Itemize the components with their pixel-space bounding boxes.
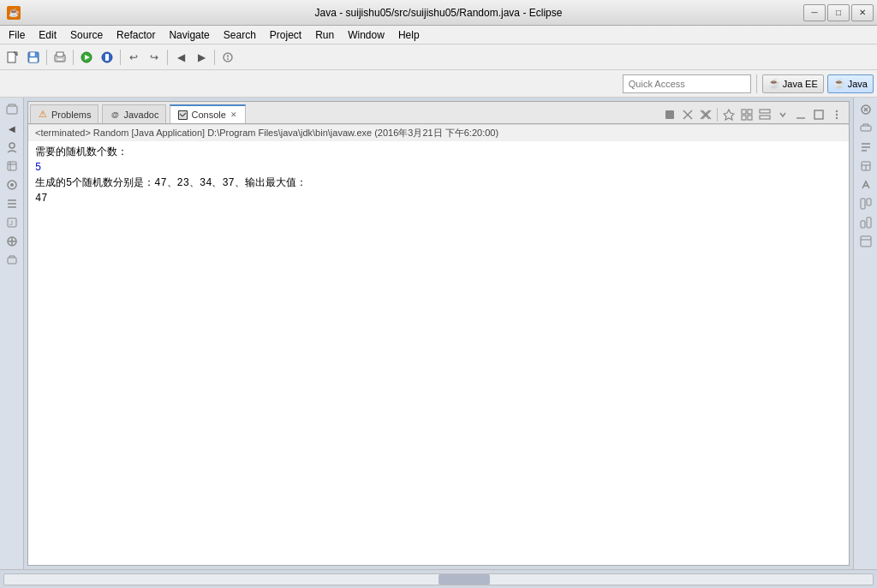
sidebar-btn-8[interactable] bbox=[3, 233, 21, 250]
window-title: Java - suijishu05/src/suijishu05/Random.… bbox=[315, 7, 563, 19]
toolbar-redo[interactable]: ↪ bbox=[145, 48, 164, 67]
toolbar-nav-fwd[interactable]: ▶ bbox=[192, 48, 211, 67]
svg-rect-11 bbox=[105, 54, 109, 61]
tab-javadoc-label: Javadoc bbox=[123, 110, 158, 120]
svg-rect-6 bbox=[57, 52, 63, 56]
svg-rect-35 bbox=[665, 110, 674, 119]
console-line-4: 47 bbox=[35, 191, 842, 206]
svg-text:J: J bbox=[9, 219, 13, 227]
menu-refactor[interactable]: Refactor bbox=[110, 26, 162, 44]
menu-project[interactable]: Project bbox=[263, 26, 308, 44]
right-sidebar-btn-6[interactable] bbox=[857, 195, 874, 212]
tab-console[interactable]: Console ✕ bbox=[170, 104, 245, 123]
menu-navigate[interactable]: Navigate bbox=[162, 26, 216, 44]
tab-bar-actions bbox=[661, 106, 849, 123]
console-maximize-btn[interactable] bbox=[810, 106, 827, 123]
svg-rect-15 bbox=[7, 106, 17, 114]
console-tab-close[interactable]: ✕ bbox=[230, 110, 238, 119]
console-output[interactable]: 需要的随机数个数： 5 生成的5个随机数分别是：47、23、34、37、输出最大… bbox=[28, 141, 849, 565]
tab-console-label: Console bbox=[191, 110, 225, 120]
perspective-java[interactable]: ☕ Java bbox=[827, 74, 874, 93]
tab-problems[interactable]: ⚠ Problems bbox=[30, 104, 98, 123]
scrollbar-thumb bbox=[438, 574, 490, 585]
sidebar-btn-1[interactable] bbox=[3, 101, 21, 118]
right-sidebar-btn-7[interactable] bbox=[857, 214, 874, 231]
console-sep bbox=[717, 108, 718, 122]
menu-search[interactable]: Search bbox=[217, 26, 263, 44]
toolbar-print[interactable] bbox=[51, 48, 69, 67]
console-remove-all-btn[interactable] bbox=[697, 106, 714, 123]
svg-point-14 bbox=[227, 58, 229, 60]
console-remove-btn[interactable] bbox=[679, 106, 696, 123]
svg-rect-30 bbox=[8, 258, 16, 264]
svg-point-52 bbox=[836, 117, 838, 119]
menu-window[interactable]: Window bbox=[341, 26, 391, 44]
svg-rect-3 bbox=[30, 52, 35, 56]
toolbar-run[interactable] bbox=[77, 48, 96, 67]
right-sidebar bbox=[853, 98, 877, 569]
sidebar-btn-2[interactable]: ◀ bbox=[3, 120, 21, 137]
right-sidebar-btn-2[interactable] bbox=[857, 120, 874, 137]
svg-rect-65 bbox=[867, 199, 871, 205]
toolbar-undo[interactable]: ↩ bbox=[124, 48, 143, 67]
maximize-button[interactable]: □ bbox=[827, 4, 850, 21]
svg-rect-0 bbox=[8, 52, 15, 62]
svg-point-51 bbox=[836, 114, 838, 116]
menu-run[interactable]: Run bbox=[308, 26, 341, 44]
tab-problems-label: Problems bbox=[51, 110, 91, 120]
svg-rect-64 bbox=[861, 199, 865, 209]
menu-edit[interactable]: Edit bbox=[32, 26, 63, 44]
toolbar-new[interactable] bbox=[3, 48, 22, 67]
console-line-2: 5 bbox=[35, 160, 842, 175]
toolbar-debug[interactable] bbox=[98, 48, 116, 67]
close-button[interactable]: ✕ bbox=[851, 4, 874, 21]
svg-rect-44 bbox=[742, 116, 746, 120]
console-stack-btn[interactable] bbox=[756, 106, 773, 123]
toolbar-nav-back[interactable]: ◀ bbox=[171, 48, 190, 67]
svg-rect-49 bbox=[814, 110, 823, 119]
perspective-java-ee[interactable]: ☕ Java EE bbox=[762, 74, 824, 93]
sidebar-btn-4[interactable] bbox=[3, 157, 21, 175]
right-sidebar-btn-5[interactable] bbox=[857, 176, 874, 193]
console-grid-btn[interactable] bbox=[738, 106, 755, 123]
minimize-button[interactable]: ─ bbox=[803, 4, 826, 21]
sidebar-btn-3[interactable] bbox=[3, 139, 21, 156]
console-minimize-btn[interactable] bbox=[792, 106, 809, 123]
main-area: ◀ J ⚠ Problems @ bbox=[0, 98, 877, 569]
console-more-btn[interactable] bbox=[828, 106, 845, 123]
right-sidebar-btn-8[interactable] bbox=[857, 233, 874, 250]
svg-rect-47 bbox=[760, 116, 770, 119]
menu-file[interactable]: File bbox=[2, 26, 32, 44]
right-sidebar-btn-3[interactable] bbox=[857, 139, 874, 156]
console-chevron-btn[interactable] bbox=[774, 106, 791, 123]
sidebar-btn-9[interactable] bbox=[3, 252, 21, 269]
problems-icon: ⚠ bbox=[38, 110, 48, 120]
app-icon: ☕ bbox=[7, 6, 21, 20]
sidebar-btn-5[interactable] bbox=[3, 176, 21, 193]
header-row: Quick Access ☕ Java EE ☕ Java bbox=[0, 70, 877, 98]
toolbar-sep-4 bbox=[167, 50, 168, 65]
svg-rect-17 bbox=[8, 162, 16, 170]
sidebar-btn-6[interactable] bbox=[3, 195, 21, 212]
toolbar-extra1[interactable] bbox=[218, 48, 237, 67]
menu-source[interactable]: Source bbox=[63, 26, 110, 44]
console-status-line: <terminated> Random [Java Application] D… bbox=[28, 124, 849, 141]
console-pin-btn[interactable] bbox=[720, 106, 737, 123]
toolbar-sep-1 bbox=[46, 50, 47, 65]
svg-rect-43 bbox=[748, 110, 752, 114]
menu-help[interactable]: Help bbox=[391, 26, 427, 44]
tab-javadoc[interactable]: @ Javadoc bbox=[102, 104, 166, 123]
svg-rect-45 bbox=[748, 116, 752, 120]
sidebar-btn-7[interactable]: J bbox=[3, 214, 21, 231]
console-terminate-btn[interactable] bbox=[661, 106, 678, 123]
horizontal-scrollbar[interactable] bbox=[3, 573, 874, 585]
console-icon bbox=[177, 110, 188, 120]
console-tab-bar: ⚠ Problems @ Javadoc Console ✕ bbox=[28, 102, 849, 124]
perspective-sep bbox=[756, 74, 757, 93]
quick-access-input[interactable]: Quick Access bbox=[623, 74, 751, 93]
console-panel: ⚠ Problems @ Javadoc Console ✕ bbox=[27, 101, 850, 566]
toolbar-save[interactable] bbox=[24, 48, 43, 67]
right-sidebar-btn-4[interactable] bbox=[857, 157, 874, 175]
right-sidebar-btn-1[interactable] bbox=[857, 101, 874, 118]
svg-rect-4 bbox=[29, 57, 38, 62]
